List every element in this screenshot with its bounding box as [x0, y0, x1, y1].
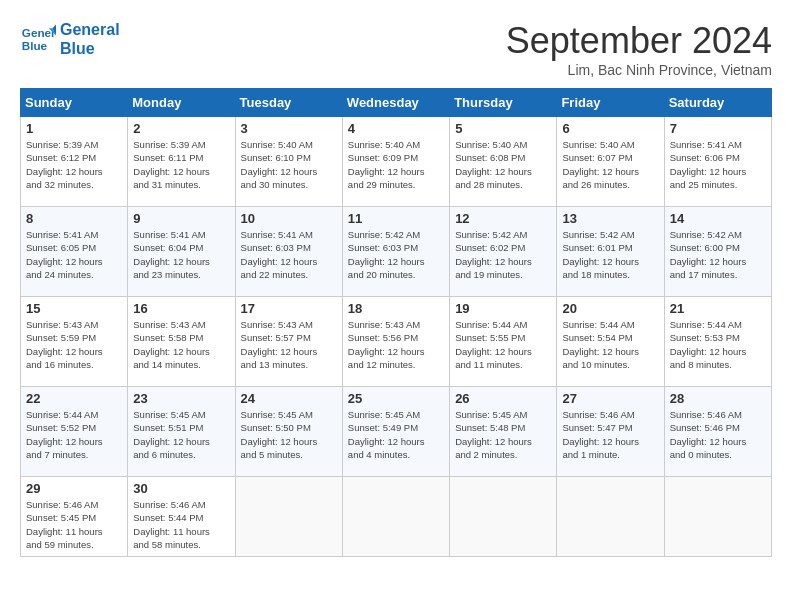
day-number-9: 9 — [133, 211, 229, 226]
title-section: September 2024 Lim, Bac Ninh Province, V… — [506, 20, 772, 78]
day-number-10: 10 — [241, 211, 337, 226]
logo-general: General — [60, 20, 120, 39]
calendar-table: SundayMondayTuesdayWednesdayThursdayFrid… — [20, 88, 772, 557]
day-info-2: Sunrise: 5:39 AM Sunset: 6:11 PM Dayligh… — [133, 138, 229, 191]
day-cell-7: 7Sunrise: 5:41 AM Sunset: 6:06 PM Daylig… — [664, 117, 771, 207]
day-number-30: 30 — [133, 481, 229, 496]
week-row-3: 15Sunrise: 5:43 AM Sunset: 5:59 PM Dayli… — [21, 297, 772, 387]
day-number-22: 22 — [26, 391, 122, 406]
day-number-7: 7 — [670, 121, 766, 136]
header-row: SundayMondayTuesdayWednesdayThursdayFrid… — [21, 89, 772, 117]
col-header-thursday: Thursday — [450, 89, 557, 117]
day-cell-10: 10Sunrise: 5:41 AM Sunset: 6:03 PM Dayli… — [235, 207, 342, 297]
day-cell-23: 23Sunrise: 5:45 AM Sunset: 5:51 PM Dayli… — [128, 387, 235, 477]
day-info-4: Sunrise: 5:40 AM Sunset: 6:09 PM Dayligh… — [348, 138, 444, 191]
day-cell-15: 15Sunrise: 5:43 AM Sunset: 5:59 PM Dayli… — [21, 297, 128, 387]
day-info-23: Sunrise: 5:45 AM Sunset: 5:51 PM Dayligh… — [133, 408, 229, 461]
day-info-28: Sunrise: 5:46 AM Sunset: 5:46 PM Dayligh… — [670, 408, 766, 461]
day-info-21: Sunrise: 5:44 AM Sunset: 5:53 PM Dayligh… — [670, 318, 766, 371]
day-info-22: Sunrise: 5:44 AM Sunset: 5:52 PM Dayligh… — [26, 408, 122, 461]
day-info-30: Sunrise: 5:46 AM Sunset: 5:44 PM Dayligh… — [133, 498, 229, 551]
empty-cell — [557, 477, 664, 557]
day-number-1: 1 — [26, 121, 122, 136]
day-info-9: Sunrise: 5:41 AM Sunset: 6:04 PM Dayligh… — [133, 228, 229, 281]
day-number-25: 25 — [348, 391, 444, 406]
day-number-29: 29 — [26, 481, 122, 496]
day-number-2: 2 — [133, 121, 229, 136]
col-header-wednesday: Wednesday — [342, 89, 449, 117]
day-cell-29: 29Sunrise: 5:46 AM Sunset: 5:45 PM Dayli… — [21, 477, 128, 557]
day-number-17: 17 — [241, 301, 337, 316]
day-number-4: 4 — [348, 121, 444, 136]
empty-cell — [235, 477, 342, 557]
day-info-6: Sunrise: 5:40 AM Sunset: 6:07 PM Dayligh… — [562, 138, 658, 191]
day-cell-24: 24Sunrise: 5:45 AM Sunset: 5:50 PM Dayli… — [235, 387, 342, 477]
week-row-1: 1Sunrise: 5:39 AM Sunset: 6:12 PM Daylig… — [21, 117, 772, 207]
month-title: September 2024 — [506, 20, 772, 62]
col-header-saturday: Saturday — [664, 89, 771, 117]
day-number-13: 13 — [562, 211, 658, 226]
day-info-20: Sunrise: 5:44 AM Sunset: 5:54 PM Dayligh… — [562, 318, 658, 371]
day-number-14: 14 — [670, 211, 766, 226]
day-cell-4: 4Sunrise: 5:40 AM Sunset: 6:09 PM Daylig… — [342, 117, 449, 207]
logo-blue: Blue — [60, 39, 120, 58]
location-subtitle: Lim, Bac Ninh Province, Vietnam — [506, 62, 772, 78]
day-info-10: Sunrise: 5:41 AM Sunset: 6:03 PM Dayligh… — [241, 228, 337, 281]
header: General Blue General Blue September 2024… — [20, 20, 772, 78]
day-cell-19: 19Sunrise: 5:44 AM Sunset: 5:55 PM Dayli… — [450, 297, 557, 387]
day-number-11: 11 — [348, 211, 444, 226]
day-info-24: Sunrise: 5:45 AM Sunset: 5:50 PM Dayligh… — [241, 408, 337, 461]
day-cell-2: 2Sunrise: 5:39 AM Sunset: 6:11 PM Daylig… — [128, 117, 235, 207]
day-info-29: Sunrise: 5:46 AM Sunset: 5:45 PM Dayligh… — [26, 498, 122, 551]
col-header-monday: Monday — [128, 89, 235, 117]
day-cell-18: 18Sunrise: 5:43 AM Sunset: 5:56 PM Dayli… — [342, 297, 449, 387]
day-cell-21: 21Sunrise: 5:44 AM Sunset: 5:53 PM Dayli… — [664, 297, 771, 387]
day-cell-25: 25Sunrise: 5:45 AM Sunset: 5:49 PM Dayli… — [342, 387, 449, 477]
day-cell-11: 11Sunrise: 5:42 AM Sunset: 6:03 PM Dayli… — [342, 207, 449, 297]
col-header-friday: Friday — [557, 89, 664, 117]
day-number-3: 3 — [241, 121, 337, 136]
empty-cell — [450, 477, 557, 557]
day-info-14: Sunrise: 5:42 AM Sunset: 6:00 PM Dayligh… — [670, 228, 766, 281]
day-number-6: 6 — [562, 121, 658, 136]
day-info-12: Sunrise: 5:42 AM Sunset: 6:02 PM Dayligh… — [455, 228, 551, 281]
day-cell-3: 3Sunrise: 5:40 AM Sunset: 6:10 PM Daylig… — [235, 117, 342, 207]
logo-icon: General Blue — [20, 21, 56, 57]
day-number-21: 21 — [670, 301, 766, 316]
day-number-12: 12 — [455, 211, 551, 226]
day-cell-8: 8Sunrise: 5:41 AM Sunset: 6:05 PM Daylig… — [21, 207, 128, 297]
day-number-8: 8 — [26, 211, 122, 226]
svg-text:General: General — [22, 26, 56, 39]
empty-cell — [342, 477, 449, 557]
day-cell-5: 5Sunrise: 5:40 AM Sunset: 6:08 PM Daylig… — [450, 117, 557, 207]
day-info-7: Sunrise: 5:41 AM Sunset: 6:06 PM Dayligh… — [670, 138, 766, 191]
day-cell-22: 22Sunrise: 5:44 AM Sunset: 5:52 PM Dayli… — [21, 387, 128, 477]
day-number-19: 19 — [455, 301, 551, 316]
day-info-26: Sunrise: 5:45 AM Sunset: 5:48 PM Dayligh… — [455, 408, 551, 461]
day-number-5: 5 — [455, 121, 551, 136]
day-number-15: 15 — [26, 301, 122, 316]
col-header-sunday: Sunday — [21, 89, 128, 117]
day-number-20: 20 — [562, 301, 658, 316]
day-info-13: Sunrise: 5:42 AM Sunset: 6:01 PM Dayligh… — [562, 228, 658, 281]
day-cell-26: 26Sunrise: 5:45 AM Sunset: 5:48 PM Dayli… — [450, 387, 557, 477]
day-number-26: 26 — [455, 391, 551, 406]
day-info-11: Sunrise: 5:42 AM Sunset: 6:03 PM Dayligh… — [348, 228, 444, 281]
empty-cell — [664, 477, 771, 557]
day-info-18: Sunrise: 5:43 AM Sunset: 5:56 PM Dayligh… — [348, 318, 444, 371]
day-cell-13: 13Sunrise: 5:42 AM Sunset: 6:01 PM Dayli… — [557, 207, 664, 297]
day-cell-28: 28Sunrise: 5:46 AM Sunset: 5:46 PM Dayli… — [664, 387, 771, 477]
day-cell-6: 6Sunrise: 5:40 AM Sunset: 6:07 PM Daylig… — [557, 117, 664, 207]
day-cell-20: 20Sunrise: 5:44 AM Sunset: 5:54 PM Dayli… — [557, 297, 664, 387]
week-row-5: 29Sunrise: 5:46 AM Sunset: 5:45 PM Dayli… — [21, 477, 772, 557]
svg-text:Blue: Blue — [22, 39, 48, 52]
day-number-23: 23 — [133, 391, 229, 406]
day-number-27: 27 — [562, 391, 658, 406]
day-cell-30: 30Sunrise: 5:46 AM Sunset: 5:44 PM Dayli… — [128, 477, 235, 557]
col-header-tuesday: Tuesday — [235, 89, 342, 117]
day-info-27: Sunrise: 5:46 AM Sunset: 5:47 PM Dayligh… — [562, 408, 658, 461]
day-number-16: 16 — [133, 301, 229, 316]
day-info-3: Sunrise: 5:40 AM Sunset: 6:10 PM Dayligh… — [241, 138, 337, 191]
day-cell-17: 17Sunrise: 5:43 AM Sunset: 5:57 PM Dayli… — [235, 297, 342, 387]
day-cell-16: 16Sunrise: 5:43 AM Sunset: 5:58 PM Dayli… — [128, 297, 235, 387]
